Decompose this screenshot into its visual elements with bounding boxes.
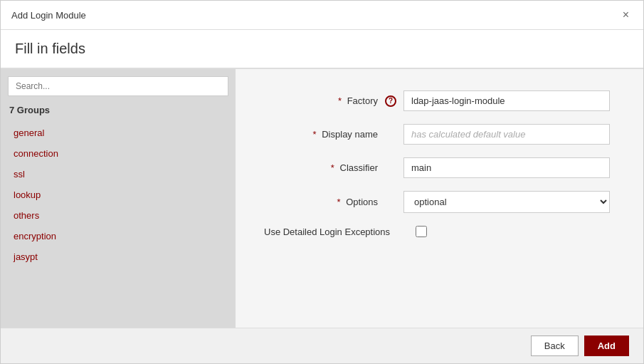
close-button[interactable]: ×: [619, 8, 633, 22]
add-button[interactable]: Add: [584, 336, 629, 356]
form-content: * Factory ? * Display name * Classifier: [236, 69, 643, 328]
required-star-4: *: [337, 197, 341, 207]
classifier-input[interactable]: [403, 157, 610, 178]
classifier-label: * Classifier: [264, 162, 378, 173]
modal-body: 7 Groups general connection ssl lookup o…: [1, 69, 643, 328]
factory-row: * Factory ?: [264, 90, 615, 111]
display-name-label: * Display name: [264, 129, 378, 140]
factory-input[interactable]: [403, 90, 610, 111]
use-detailed-checkbox[interactable]: [416, 226, 427, 237]
modal-title: Add Login Module: [11, 10, 86, 21]
nav-list: general connection ssl lookup others enc…: [8, 123, 228, 267]
modal-container: Add Login Module × Fill in fields 7 Grou…: [0, 0, 644, 364]
page-title: Fill in fields: [15, 41, 629, 57]
factory-info-icon[interactable]: ?: [385, 95, 396, 107]
sidebar-item-connection[interactable]: connection: [8, 143, 228, 164]
sidebar-item-ssl[interactable]: ssl: [8, 164, 228, 184]
display-name-row: * Display name: [264, 124, 615, 145]
sidebar-item-general[interactable]: general: [8, 123, 228, 143]
options-row: * Options optional required requisite su…: [264, 191, 615, 213]
groups-label: 7 Groups: [8, 105, 228, 115]
classifier-row: * Classifier: [264, 157, 615, 178]
modal-subheader: Fill in fields: [1, 30, 643, 69]
modal-footer: Back Add: [1, 328, 643, 363]
search-input[interactable]: [8, 76, 228, 96]
required-star: *: [338, 95, 342, 106]
display-name-input[interactable]: [403, 124, 610, 145]
sidebar-item-others[interactable]: others: [8, 205, 228, 226]
required-star-2: *: [313, 129, 317, 140]
required-star-3: *: [331, 162, 334, 173]
options-select[interactable]: optional required requisite sufficient: [403, 191, 610, 213]
use-detailed-row: Use Detailed Login Exceptions: [264, 226, 615, 237]
sidebar: 7 Groups general connection ssl lookup o…: [1, 69, 236, 328]
use-detailed-label: Use Detailed Login Exceptions: [264, 227, 390, 237]
back-button[interactable]: Back: [531, 336, 579, 356]
options-label: * Options: [264, 197, 378, 207]
sidebar-item-lookup[interactable]: lookup: [8, 184, 228, 205]
modal-header: Add Login Module ×: [1, 1, 643, 30]
factory-label: * Factory: [264, 95, 378, 106]
sidebar-item-jasypt[interactable]: jasypt: [8, 246, 228, 267]
sidebar-item-encryption[interactable]: encryption: [8, 226, 228, 246]
